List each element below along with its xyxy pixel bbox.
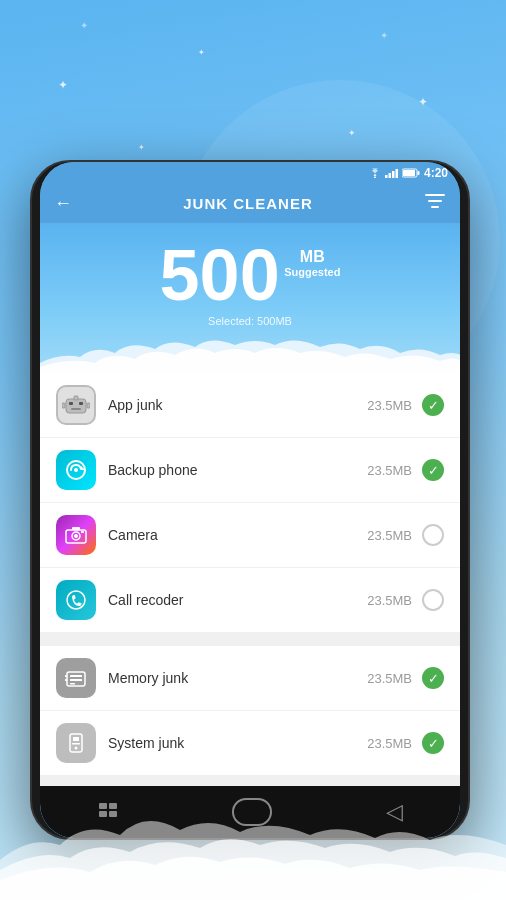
svg-rect-15 [74, 396, 78, 400]
svg-rect-34 [73, 737, 79, 741]
svg-rect-25 [81, 531, 84, 533]
star-7: ✦ [380, 30, 388, 41]
backup-icon [56, 450, 96, 490]
star-2: ✦ [418, 95, 428, 109]
item-name-backup: Backup phone [108, 462, 367, 478]
item-check-backup[interactable]: ✓ [422, 459, 444, 481]
menu-button[interactable] [424, 192, 446, 215]
item-size-app-junk: 23.5MB [367, 398, 412, 413]
app-junk-icon [56, 385, 96, 425]
item-check-camera[interactable] [422, 524, 444, 546]
svg-rect-29 [70, 679, 82, 681]
size-unit-block: MB Suggested [284, 247, 340, 279]
svg-rect-39 [99, 811, 107, 817]
svg-rect-6 [403, 170, 415, 176]
section-gap [40, 638, 460, 646]
item-check-app-junk[interactable]: ✓ [422, 394, 444, 416]
list-item[interactable]: Memory junk 23.5MB ✓ [40, 646, 460, 711]
nav-menu-icon[interactable] [97, 799, 119, 825]
svg-rect-1 [385, 175, 388, 178]
svg-rect-2 [388, 173, 391, 178]
size-number: 500 [160, 239, 280, 311]
item-size-camera: 23.5MB [367, 528, 412, 543]
svg-point-0 [374, 177, 376, 179]
svg-rect-38 [109, 803, 117, 809]
list-item[interactable]: System junk 23.5MB ✓ [40, 711, 460, 775]
star-4: ✦ [348, 128, 356, 138]
svg-point-35 [75, 747, 78, 750]
svg-rect-3 [392, 171, 395, 178]
battery-icon [402, 168, 420, 178]
item-size-system: 23.5MB [367, 736, 412, 751]
svg-rect-16 [62, 403, 65, 408]
svg-point-23 [74, 534, 78, 538]
selected-text: Selected: 500MB [40, 315, 460, 327]
list-item[interactable]: Camera 23.5MB [40, 503, 460, 568]
list-section-1: App junk 23.5MB ✓ [40, 373, 460, 632]
svg-rect-32 [65, 679, 67, 681]
star-1: ✦ [58, 78, 68, 92]
call-icon [56, 580, 96, 620]
star-5: ✦ [138, 143, 145, 152]
hero-cloud [40, 335, 460, 373]
phone-screen: 4:20 ← JUNK CLEANER 500 [40, 162, 460, 838]
item-size-memory: 23.5MB [367, 671, 412, 686]
svg-rect-28 [70, 675, 82, 677]
item-size-call: 23.5MB [367, 593, 412, 608]
svg-rect-7 [417, 171, 419, 175]
svg-rect-4 [395, 169, 398, 178]
item-check-memory[interactable]: ✓ [422, 667, 444, 689]
size-display: 500 MB Suggested [160, 239, 341, 311]
status-time: 4:20 [424, 166, 448, 180]
phone-shell: 4:20 ← JUNK CLEANER 500 [30, 160, 470, 840]
svg-rect-12 [69, 402, 73, 405]
memory-icon [56, 658, 96, 698]
signal-icon [385, 168, 399, 178]
item-name-system: System junk [108, 735, 367, 751]
back-button[interactable]: ← [54, 193, 72, 214]
item-name-call: Call recoder [108, 592, 367, 608]
svg-rect-36 [72, 743, 80, 745]
svg-rect-24 [72, 527, 80, 530]
item-name-memory: Memory junk [108, 670, 367, 686]
bottom-nav: ◁ [40, 786, 460, 838]
list-item[interactable]: Backup phone 23.5MB ✓ [40, 438, 460, 503]
list-item[interactable]: Call recoder 23.5MB [40, 568, 460, 632]
list-area: App junk 23.5MB ✓ [40, 373, 460, 786]
item-check-call[interactable] [422, 589, 444, 611]
item-check-system[interactable]: ✓ [422, 732, 444, 754]
svg-rect-11 [66, 399, 86, 413]
svg-rect-30 [70, 683, 75, 685]
svg-rect-13 [79, 402, 83, 405]
app-bar: ← JUNK CLEANER [40, 184, 460, 223]
svg-rect-40 [109, 811, 117, 817]
svg-rect-17 [87, 403, 90, 408]
item-name-camera: Camera [108, 527, 367, 543]
svg-rect-14 [71, 408, 81, 410]
status-bar: 4:20 [40, 162, 460, 184]
list-section-2: Memory junk 23.5MB ✓ [40, 646, 460, 775]
star-3: ✦ [198, 48, 205, 57]
star-6: ✦ [80, 20, 88, 31]
app-bar-title: JUNK CLEANER [183, 195, 313, 212]
nav-back-icon[interactable]: ◁ [386, 799, 403, 825]
list-item[interactable]: App junk 23.5MB ✓ [40, 373, 460, 438]
item-name-app-junk: App junk [108, 397, 367, 413]
svg-point-26 [67, 591, 85, 609]
size-unit: MB [284, 247, 340, 266]
camera-icon [56, 515, 96, 555]
hero-area: 500 MB Suggested Selected: 500MB [40, 223, 460, 373]
svg-point-20 [74, 468, 78, 472]
system-icon [56, 723, 96, 763]
wifi-icon [368, 168, 382, 178]
svg-rect-31 [65, 675, 67, 677]
suggested-label: Suggested [284, 266, 340, 279]
svg-rect-37 [99, 803, 107, 809]
nav-home-button[interactable] [232, 798, 272, 826]
item-size-backup: 23.5MB [367, 463, 412, 478]
